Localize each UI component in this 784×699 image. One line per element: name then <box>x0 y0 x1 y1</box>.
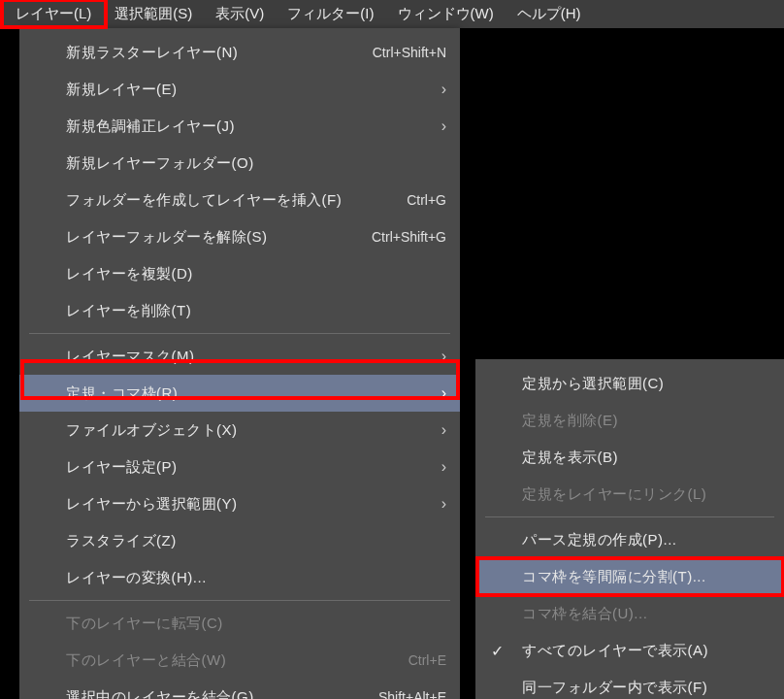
check-icon: ✓ <box>491 642 504 660</box>
layer-menu-item-3[interactable]: 新規レイヤーフォルダー(O) <box>19 145 460 182</box>
layer-menu-item-13[interactable]: レイヤーから選択範囲(Y)› <box>19 485 460 522</box>
menu-item-label: 定規から選択範囲(C) <box>522 375 770 393</box>
layer-menu-item-19[interactable]: 選択中のレイヤーを結合(G)Shift+Alt+E <box>19 679 460 699</box>
menubar-item-window[interactable]: ウィンドウ(W) <box>386 1 506 27</box>
layer-menu-item-12[interactable]: レイヤー設定(P)› <box>19 449 460 485</box>
ruler-submenu-item-3: 定規をレイヤーにリンク(L) <box>475 476 784 513</box>
ruler-submenu-item-9[interactable]: 同一フォルダー内で表示(F) <box>475 669 784 699</box>
menu-item-label: 新規色調補正レイヤー(J) <box>66 117 432 136</box>
layer-menu-item-5[interactable]: レイヤーフォルダーを解除(S)Ctrl+Shift+G <box>19 218 460 255</box>
menu-item-label: 同一フォルダー内で表示(F) <box>522 679 770 697</box>
menu-item-label: 新規ラスターレイヤー(N) <box>66 44 353 62</box>
ruler-submenu-item-6[interactable]: コマ枠を等間隔に分割(T)... <box>475 558 784 595</box>
layer-menu-item-15[interactable]: レイヤーの変換(H)... <box>19 559 460 596</box>
menu-item-shortcut: Ctrl+G <box>407 192 446 208</box>
menu-item-label: 定規を表示(B) <box>522 449 770 467</box>
menu-item-label: 新規レイヤーフォルダー(O) <box>66 154 446 173</box>
layer-menu-separator <box>29 600 450 601</box>
menu-item-label: パース定規の作成(P)... <box>522 531 770 549</box>
ruler-submenu-item-1: 定規を削除(E) <box>475 402 784 439</box>
menu-item-label: レイヤーの変換(H)... <box>66 569 446 587</box>
menu-item-label: レイヤーフォルダーを解除(S) <box>66 228 352 247</box>
menu-item-label: 下のレイヤーと結合(W) <box>66 651 389 670</box>
menu-item-label: レイヤー設定(P) <box>66 458 432 477</box>
chevron-right-icon: › <box>432 348 446 365</box>
layer-menu-item-10[interactable]: 定規・コマ枠(R)› <box>19 375 460 412</box>
chevron-right-icon: › <box>432 117 446 135</box>
layer-menu-item-6[interactable]: レイヤーを複製(D) <box>19 255 460 292</box>
menubar-item-filter[interactable]: フィルター(I) <box>276 1 385 27</box>
menubar-item-selection[interactable]: 選択範囲(S) <box>103 1 204 27</box>
layer-menu-item-11[interactable]: ファイルオブジェクト(X)› <box>19 412 460 449</box>
layer-menu-item-4[interactable]: フォルダーを作成してレイヤーを挿入(F)Ctrl+G <box>19 182 460 218</box>
layer-menu-item-14[interactable]: ラスタライズ(Z) <box>19 522 460 559</box>
menu-item-label: レイヤーマスク(M) <box>66 348 432 366</box>
chevron-right-icon: › <box>432 495 446 513</box>
layer-menu-item-0[interactable]: 新規ラスターレイヤー(N)Ctrl+Shift+N <box>19 34 460 71</box>
chevron-right-icon: › <box>432 421 446 439</box>
chevron-right-icon: › <box>432 458 446 476</box>
chevron-right-icon: › <box>432 384 446 402</box>
menu-item-label: ファイルオブジェクト(X) <box>66 421 432 440</box>
chevron-right-icon: › <box>432 81 446 98</box>
menu-item-shortcut: Shift+Alt+E <box>378 689 446 699</box>
layer-menu-item-17: 下のレイヤーに転写(C) <box>19 605 460 642</box>
menu-item-label: コマ枠を結合(U)... <box>522 605 770 623</box>
layer-menu-item-1[interactable]: 新規レイヤー(E)› <box>19 71 460 108</box>
menu-item-label: レイヤーを複製(D) <box>66 265 446 283</box>
layer-menu-item-18: 下のレイヤーと結合(W)Ctrl+E <box>19 642 460 679</box>
menu-item-label: レイヤーから選択範囲(Y) <box>66 495 432 514</box>
menu-item-shortcut: Ctrl+Shift+G <box>372 229 446 245</box>
ruler-submenu-item-7: コマ枠を結合(U)... <box>475 595 784 632</box>
ruler-submenu-item-0[interactable]: 定規から選択範囲(C) <box>475 365 784 402</box>
ruler-frame-submenu: 定規から選択範囲(C)定規を削除(E)定規を表示(B)定規をレイヤーにリンク(L… <box>475 359 784 699</box>
menu-item-label: すべてのレイヤーで表示(A) <box>522 642 770 660</box>
menubar-item-view[interactable]: 表示(V) <box>204 1 276 27</box>
menu-item-label: 定規を削除(E) <box>522 412 770 430</box>
menu-item-label: 選択中のレイヤーを結合(G) <box>66 688 359 700</box>
menu-item-label: 新規レイヤー(E) <box>66 81 432 99</box>
menu-item-label: コマ枠を等間隔に分割(T)... <box>522 568 770 586</box>
menu-item-shortcut: Ctrl+Shift+N <box>373 45 446 60</box>
layer-menu-item-7[interactable]: レイヤーを削除(T) <box>19 292 460 329</box>
ruler-submenu-item-5[interactable]: パース定規の作成(P)... <box>475 521 784 558</box>
ruler-submenu-separator <box>485 516 774 517</box>
menubar: レイヤー(L) 選択範囲(S) 表示(V) フィルター(I) ウィンドウ(W) … <box>0 0 784 28</box>
menubar-item-help[interactable]: ヘルプ(H) <box>506 1 593 27</box>
layer-menu-separator <box>29 333 450 334</box>
menu-item-label: 定規・コマ枠(R) <box>66 384 432 403</box>
menu-item-shortcut: Ctrl+E <box>408 652 446 668</box>
menu-item-label: 定規をレイヤーにリンク(L) <box>522 485 770 504</box>
layer-menu-item-9[interactable]: レイヤーマスク(M)› <box>19 338 460 375</box>
ruler-submenu-item-8[interactable]: ✓すべてのレイヤーで表示(A) <box>475 632 784 669</box>
menubar-item-layer[interactable]: レイヤー(L) <box>4 1 103 27</box>
menu-item-label: ラスタライズ(Z) <box>66 532 446 550</box>
menu-item-label: 下のレイヤーに転写(C) <box>66 615 446 633</box>
layer-menu-dropdown: 新規ラスターレイヤー(N)Ctrl+Shift+N新規レイヤー(E)›新規色調補… <box>19 28 460 699</box>
ruler-submenu-item-2[interactable]: 定規を表示(B) <box>475 439 784 476</box>
menu-item-label: レイヤーを削除(T) <box>66 302 446 320</box>
menu-item-label: フォルダーを作成してレイヤーを挿入(F) <box>66 191 387 210</box>
layer-menu-item-2[interactable]: 新規色調補正レイヤー(J)› <box>19 108 460 145</box>
